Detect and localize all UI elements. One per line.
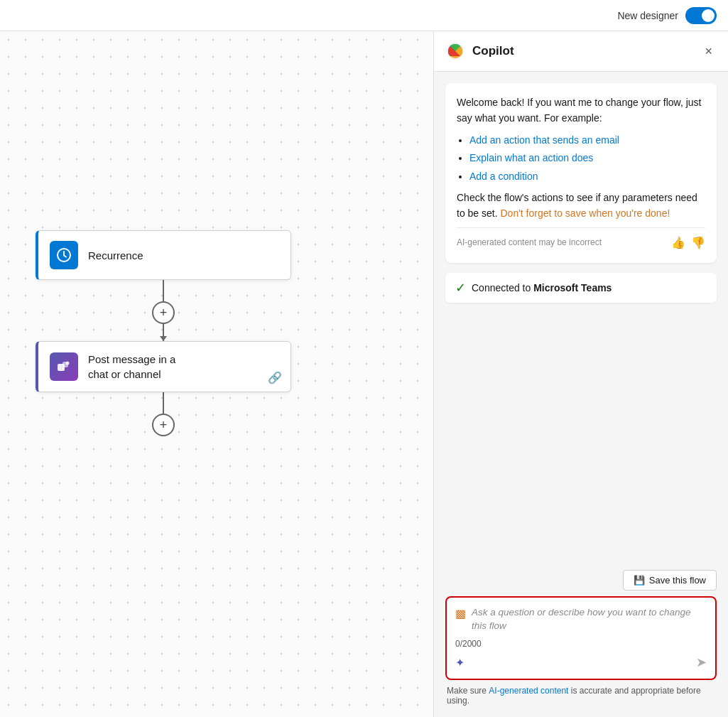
recurrence-icon (50, 241, 78, 269)
main-area: Recurrence + Post message in a chat or c… (0, 31, 728, 717)
chat-example-2: Explain what an action does (469, 150, 705, 166)
chat-example-1: Add an action that sends an email (469, 132, 705, 148)
flow-container: Recurrence + Post message in a chat or c… (36, 230, 291, 436)
recurrence-title: Recurrence (88, 249, 143, 262)
teams-icon (50, 352, 78, 381)
check-circle-icon: ✓ (455, 280, 466, 296)
chat-intro: Welcome back! If you want me to change y… (457, 95, 705, 126)
connector-arrow (163, 324, 164, 341)
copilot-panel: Copilot × Welcome back! If you want me t… (433, 31, 728, 717)
ai-disclaimer: AI-generated content may be incorrect (457, 236, 602, 249)
input-counter: 0/2000 (455, 639, 707, 649)
copilot-body: Welcome back! If you want me to change y… (434, 72, 728, 563)
chat-bubble: Welcome back! If you want me to change y… (445, 83, 717, 263)
connected-text: Connected to Microsoft Teams (472, 282, 612, 293)
flow-canvas[interactable]: Recurrence + Post message in a chat or c… (0, 31, 433, 717)
copilot-logo-icon (445, 41, 465, 61)
thumbs-down-icon[interactable]: 👎 (691, 234, 705, 252)
add-step-button-bottom[interactable]: + (152, 414, 175, 436)
connected-banner: ✓ Connected to Microsoft Teams (445, 273, 717, 303)
top-bar: New designer (0, 0, 728, 31)
thumbs-up-icon[interactable]: 👍 (671, 234, 685, 252)
link-icon: 🔗 (268, 371, 282, 384)
save-flow-button[interactable]: 💾 Save this flow (623, 570, 717, 591)
send-icon[interactable]: ➤ (696, 654, 707, 670)
input-placeholder-row: ▩ Ask a question or describe how you wan… (455, 606, 707, 633)
chat-example-3: Add a condition (469, 168, 705, 184)
chat-examples-list: Add an action that sends an email Explai… (469, 132, 705, 184)
recurrence-node[interactable]: Recurrence (36, 230, 291, 280)
chat-input-box[interactable]: ▩ Ask a question or describe how you wan… (445, 596, 717, 680)
add-step-button-top[interactable]: + (152, 301, 175, 324)
ai-footer: AI-generated content may be incorrect 👍 … (457, 227, 705, 252)
copilot-title: Copilot (472, 44, 514, 58)
connector-top (163, 280, 164, 301)
copilot-bottom: 💾 Save this flow ▩ Ask a question or des… (434, 563, 728, 717)
post-message-title: Post message in a chat or channel (88, 352, 175, 382)
feedback-icons: 👍 👎 (671, 234, 705, 252)
new-designer-toggle[interactable] (685, 7, 717, 24)
copilot-header: Copilot × (434, 31, 728, 72)
save-icon: 💾 (634, 575, 645, 586)
copilot-title-row: Copilot (445, 41, 514, 61)
copilot-close-button[interactable]: × (700, 43, 717, 60)
svg-point-3 (66, 362, 70, 365)
disclaimer: Make sure AI-generated content is accura… (445, 686, 717, 708)
connector-bottom (163, 392, 164, 414)
post-message-node[interactable]: Post message in a chat or channel 🔗 (36, 341, 291, 392)
sparkle-icon: ▩ (455, 607, 466, 620)
chat-follow-up: Check the flow's actions to see if any p… (457, 190, 705, 222)
input-placeholder: Ask a question or describe how you want … (472, 606, 707, 633)
input-bottom-row: ✦ ➤ (455, 654, 707, 670)
new-designer-label: New designer (617, 10, 678, 21)
wand-icon[interactable]: ✦ (455, 656, 464, 669)
